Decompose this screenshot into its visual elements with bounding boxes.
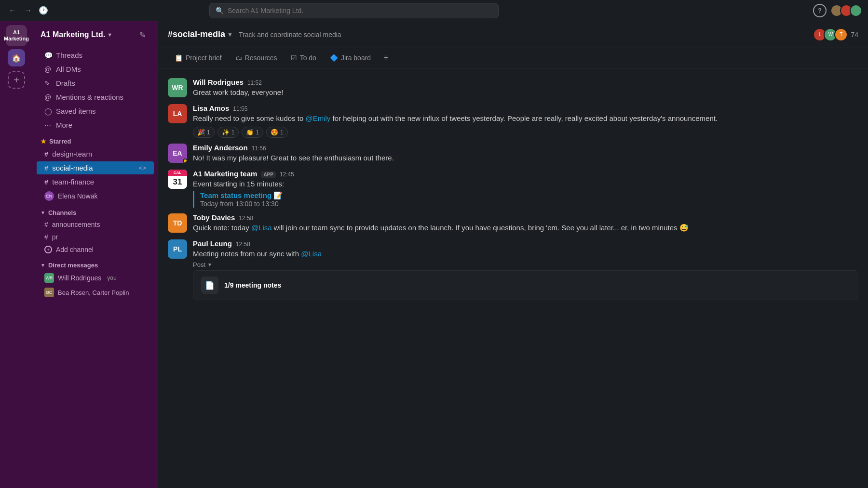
paul-msg-avatar: PL [168,239,187,259]
elena-name: Elena Nowak [58,192,98,200]
reaction-clap[interactable]: 👏1 [242,127,263,138]
paul-author[interactable]: Paul Leung [193,239,232,248]
dm-section[interactable]: ▼ Direct messages [33,256,158,271]
tab-jira[interactable]: 🔷 Jira board [323,48,378,68]
workspace-logo[interactable]: A1 Marketing [6,25,27,46]
toby-author[interactable]: Toby Davies [193,213,235,222]
bea-carter-avatar: BC [44,288,54,297]
forward-button[interactable]: → [21,4,35,17]
message-toby: TD Toby Davies 12:58 Quick note: today @… [168,211,858,236]
starred-design-team[interactable]: # design-team [37,147,154,160]
drafts-label: Drafts [56,79,146,87]
social-media-label: social-media [52,164,93,172]
saved-label: Saved items [56,107,146,115]
reaction-heart-eyes[interactable]: 😍1 [266,127,288,138]
dm-bea-carter[interactable]: BC Bea Rosen, Carter Poplin [37,286,154,299]
channel-pr[interactable]: # pr [37,231,154,243]
sidebar-item-saved[interactable]: ◯ Saved items [37,105,154,118]
back-button[interactable]: ← [6,4,19,17]
mentions-icon: @ [44,93,52,101]
paul-msg-header: Paul Leung 12:58 [193,239,858,248]
lisa-mention-paul[interactable]: @Lisa [301,250,322,258]
channel-header-right: L W T 74 [813,28,858,41]
clap-emoji: 👏 [246,129,254,136]
design-team-label: design-team [52,150,92,158]
add-channel-label: Add channel [56,246,94,253]
tab-resources[interactable]: 🗂 Resources [229,48,284,68]
dms-icon: @ [44,66,52,73]
sparkles-count: 1 [231,129,235,136]
emily-time: 11:56 [252,145,266,152]
channel-header: #social-media ▼ Track and coordinate soc… [158,21,868,48]
add-channel-button[interactable]: + Add channel [37,244,154,255]
nav-buttons: ← → 🕑 [6,4,50,17]
dm-elena[interactable]: EN Elena Nowak [37,189,154,203]
sidebar-item-threads[interactable]: 💬 Threads [37,49,154,62]
lisa-author[interactable]: Lisa Amos [193,104,229,112]
message-will: WR Will Rodrigues 11:52 Great work today… [168,76,858,100]
elena-avatar: EN [44,191,54,201]
threads-icon: 💬 [44,52,52,59]
history-button[interactable]: 🕑 [37,4,50,17]
channel-announcements[interactable]: # announcements [37,219,154,230]
tab-todo[interactable]: ☑ To do [284,48,323,68]
tab-project-brief[interactable]: 📋 Project brief [168,48,229,68]
lisa-msg-header: Lisa Amos 11:55 [193,104,858,112]
code-icon: <> [139,164,146,171]
message-paul: PL Paul Leung 12:58 Meeting notes from o… [168,237,858,303]
app-msg-header: A1 Marketing team APP 12:45 [193,170,858,178]
add-workspace-button[interactable]: + [8,71,25,89]
post-title: 1/9 meeting notes [224,281,281,289]
starred-section[interactable]: ★ Starred [33,132,158,147]
starred-social-media[interactable]: # social-media <> [37,161,154,174]
messages-container: WR Will Rodrigues 11:52 Great work today… [158,68,868,488]
add-tab-button[interactable]: + [378,48,394,68]
dm-will[interactable]: WR Will Rodrigues you [37,271,154,285]
event-time: Today from 13:00 to 13:30 [200,200,858,208]
members-group[interactable]: L W T 74 [813,28,858,41]
starred-team-finance[interactable]: # team-finance [37,175,154,188]
post-label[interactable]: Post ▼ [193,261,858,268]
reaction-party[interactable]: 🎉1 [193,127,215,138]
member-avatar-3: T [834,28,848,41]
paul-text: Meeting notes from our sync with @Lisa [193,249,858,260]
status-dot [183,158,187,163]
channel-tabs: 📋 Project brief 🗂 Resources ☑ To do 🔷 Ji… [158,48,868,68]
sidebar-item-mentions[interactable]: @ Mentions & reactions [37,91,154,104]
compose-button[interactable]: ✎ [135,27,150,42]
event-title[interactable]: Team status meeting 📝 [200,191,858,200]
search-icon: 🔍 [216,7,224,14]
search-input[interactable] [228,7,492,14]
post-attachment[interactable]: 📄 1/9 meeting notes [193,270,858,300]
workspace-name[interactable]: A1 Marketing Ltd. ▼ [41,30,112,39]
will-name: Will Rodrigues [58,274,101,282]
will-author[interactable]: Will Rodrigues [193,78,244,86]
avatar-3 [850,4,862,17]
sidebar-item-drafts[interactable]: ✎ Drafts [37,77,154,90]
sidebar-item-more[interactable]: ⋯ More [37,119,154,132]
channels-section[interactable]: ▼ Channels [33,203,158,218]
lisa-mention-toby[interactable]: @Lisa [251,224,272,232]
main-layout: A1 Marketing 🏠 + A1 Marketing Ltd. ▼ ✎ 💬… [0,21,868,488]
reaction-sparkles[interactable]: ✨1 [217,127,239,138]
hash-icon-4: # [44,221,48,228]
arrow-down-icon: ▼ [41,210,45,215]
dm-label: Direct messages [48,262,98,269]
starred-label: Starred [49,138,71,145]
app-author[interactable]: A1 Marketing team [193,170,257,178]
emily-mention[interactable]: @Emily [305,114,330,122]
jira-icon: 🔷 [330,54,338,62]
star-icon: ★ [41,138,46,145]
emily-author[interactable]: Emily Anderson [193,144,248,152]
lisa-msg-content: Lisa Amos 11:55 Really need to give some… [193,104,858,138]
home-icon[interactable]: 🏠 [8,49,25,66]
search-bar[interactable]: 🔍 [209,3,499,18]
todo-icon: ☑ [291,54,297,62]
will-msg-content: Will Rodrigues 11:52 Great work today, e… [193,78,858,98]
channel-name[interactable]: #social-media ▼ [168,29,233,40]
sidebar-item-all-dms[interactable]: @ All DMs [37,63,154,76]
chevron-down-icon-2: ▼ [227,31,233,38]
hash-icon: # [44,150,48,158]
help-button[interactable]: ? [813,4,827,17]
emily-msg-header: Emily Anderson 11:56 [193,144,858,152]
